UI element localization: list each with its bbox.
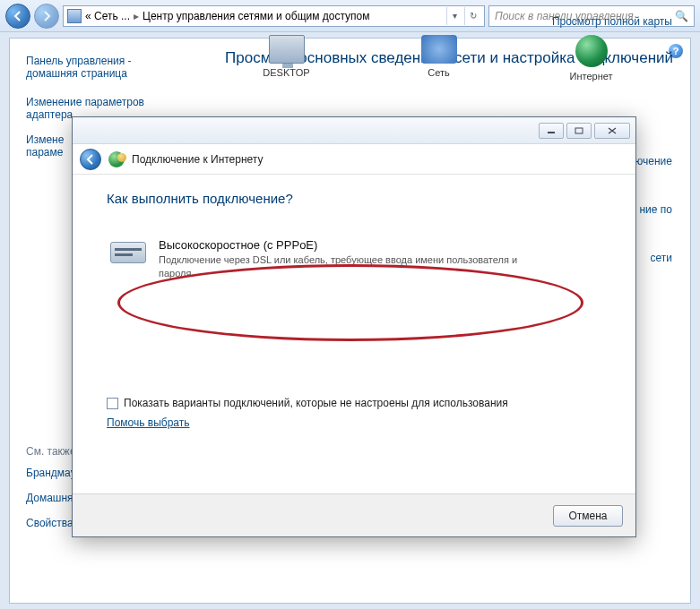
wizard-header: Подключение к Интернету bbox=[73, 144, 635, 175]
wizard-body: Как выполнить подключение? Высокоскорост… bbox=[73, 175, 635, 493]
network-node-internet[interactable]: Интернет bbox=[556, 35, 627, 81]
option-title: Высокоскоростное (с PPPoE) bbox=[159, 238, 544, 252]
globe-icon bbox=[575, 35, 608, 67]
modem-icon bbox=[110, 242, 146, 263]
node-label-pc: DESKTOP bbox=[263, 67, 309, 78]
breadcrumb-segment-1[interactable]: « Сеть ... bbox=[85, 10, 130, 22]
checkbox-icon[interactable] bbox=[107, 398, 118, 409]
wizard-title: Подключение к Интернету bbox=[132, 153, 264, 166]
wizard-titlebar[interactable] bbox=[73, 117, 635, 144]
minimize-button[interactable] bbox=[539, 123, 564, 139]
network-icon bbox=[67, 9, 82, 23]
checkbox-label: Показать варианты подключений, которые н… bbox=[124, 397, 508, 409]
maximize-button[interactable] bbox=[566, 123, 592, 139]
network-node-pc[interactable]: DESKTOP bbox=[251, 35, 323, 81]
wizard-back-button[interactable] bbox=[80, 149, 101, 170]
wizard-footer: Отмена bbox=[73, 493, 635, 536]
node-label-net: Сеть bbox=[428, 67, 449, 78]
close-button[interactable] bbox=[594, 123, 630, 139]
help-choose-link[interactable]: Помочь выбрать bbox=[107, 416, 190, 429]
nav-back-button[interactable] bbox=[5, 4, 30, 29]
network-map: DESKTOP Сеть Интернет bbox=[198, 35, 679, 81]
network-device-icon bbox=[421, 35, 457, 64]
network-node-network[interactable]: Сеть bbox=[403, 35, 475, 81]
connect-internet-wizard: Подключение к Интернету Как выполнить по… bbox=[72, 116, 636, 537]
wizard-heading: Как выполнить подключение? bbox=[107, 191, 601, 206]
svg-rect-0 bbox=[548, 132, 555, 133]
cancel-button[interactable]: Отмена bbox=[553, 505, 623, 527]
wizard-icon bbox=[108, 151, 125, 167]
view-full-map-link[interactable]: Просмотр полной карты bbox=[198, 15, 672, 28]
search-icon: 🔍 bbox=[675, 10, 688, 22]
node-label-inet: Интернет bbox=[570, 71, 613, 81]
svg-rect-1 bbox=[575, 128, 583, 133]
option-broadband-pppoe[interactable]: Высокоскоростное (с PPPoE) Подключение ч… bbox=[107, 231, 601, 287]
show-all-options-checkbox-row[interactable]: Показать варианты подключений, которые н… bbox=[107, 397, 601, 409]
computer-icon bbox=[269, 35, 305, 64]
nav-forward-button[interactable] bbox=[34, 4, 59, 29]
chevron-right-icon: ▸ bbox=[134, 10, 139, 22]
sidebar-home-link[interactable]: Панель управления - домашняя страница bbox=[26, 55, 178, 80]
option-description: Подключение через DSL или кабель, требую… bbox=[159, 253, 544, 280]
